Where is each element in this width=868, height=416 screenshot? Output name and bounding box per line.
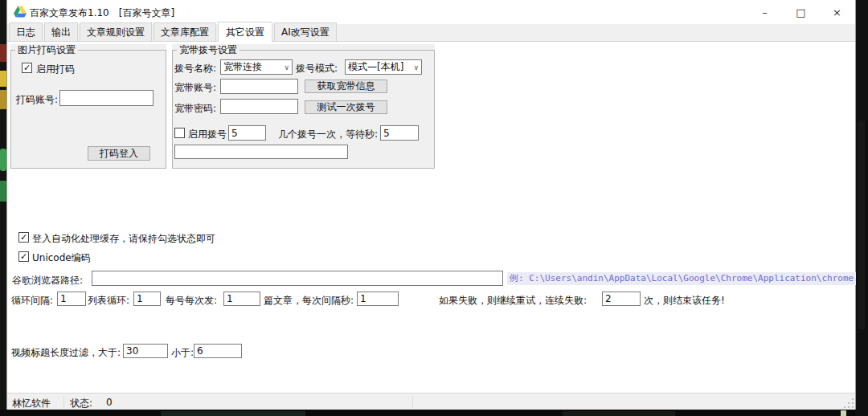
- dial-settings-group: 宽带拨号设置 拨号名称: 宽带连接 ∨ 拨号模式: 模式—[本机] ∨ 宽带账号…: [172, 44, 435, 169]
- tab-output[interactable]: 输出: [44, 22, 78, 41]
- captcha-account-input[interactable]: [59, 90, 154, 106]
- dial-wait-input[interactable]: [380, 125, 419, 141]
- minimize-button[interactable]: –: [747, 0, 783, 24]
- enable-dial-label: 启用拨号: [188, 128, 227, 141]
- login-cache-checkbox[interactable]: ✓: [18, 232, 29, 243]
- dial-mode-value: 模式—[本机]: [348, 60, 403, 74]
- dial-name-select[interactable]: 宽带连接 ∨: [220, 59, 293, 75]
- unicode-label: Unicode编码: [32, 251, 91, 265]
- enable-dial-checkbox[interactable]: [174, 128, 185, 138]
- desktop-icon-fragment: [0, 71, 6, 87]
- broadband-password-input[interactable]: [220, 99, 298, 114]
- get-broadband-info-button[interactable]: 获取宽带信息: [305, 80, 387, 93]
- dial-mode-select[interactable]: 模式—[本机] ∨: [345, 59, 422, 75]
- desktop-background: 百家文章发布1.10[百家号文章] – □ × 日志 输出 文章规则设置 文章库…: [0, 0, 868, 416]
- desktop-bottom-strip: [0, 410, 868, 416]
- loop-interval-label: 循环间隔:: [11, 294, 53, 308]
- tab-article-rules[interactable]: 文章规则设置: [80, 22, 152, 41]
- tab-article-library[interactable]: 文章库配置: [154, 22, 216, 41]
- gap-seconds-label: 篇文章，每次间隔秒:: [264, 294, 354, 308]
- loop-interval-input[interactable]: [57, 292, 86, 306]
- resize-grip[interactable]: [844, 398, 854, 409]
- login-cache-label: 登入自动化处理缓存，请保持勾选状态即可: [32, 232, 215, 246]
- video-title-min-label: 小于:: [171, 346, 194, 360]
- per-account-input[interactable]: [223, 292, 260, 306]
- tab-bar: 日志 输出 文章规则设置 文章库配置 其它设置 AI改写设置: [7, 24, 855, 42]
- statusbar-brand: 林忆软件: [12, 397, 51, 410]
- fail-retry-label: 如果失败，则继续重试，连续失败:: [439, 294, 587, 308]
- captcha-settings-group: 图片打码设置 ✓ 启用打码 打码账号: 打码登入: [10, 44, 166, 169]
- desktop-taskbar-fragment: [841, 410, 846, 416]
- app-icon: [14, 6, 27, 18]
- app-title-suffix: [百家号文章]: [119, 7, 174, 18]
- dial-group-title: 宽带拨号设置: [177, 44, 240, 55]
- app-title: 百家文章发布1.10: [30, 7, 109, 18]
- enable-captcha-label: 启用打码: [36, 63, 75, 76]
- dial-name-value: 宽带连接: [223, 60, 262, 74]
- app-window: 百家文章发布1.10[百家号文章] – □ × 日志 输出 文章规则设置 文章库…: [6, 0, 856, 410]
- dial-count-input[interactable]: [228, 125, 266, 141]
- statusbar-divider: [63, 396, 64, 408]
- statusbar-status-value: 0: [106, 397, 113, 408]
- captcha-account-label: 打码账号:: [16, 93, 58, 107]
- captcha-group-title: 图片打码设置: [15, 44, 78, 55]
- per-account-label: 每号每次发:: [166, 294, 217, 308]
- video-title-filter-label: 视频标题长度过滤，大于:: [11, 346, 121, 360]
- desktop-icon-fragment: [0, 181, 6, 202]
- title-bar: 百家文章发布1.10[百家号文章] – □ ×: [7, 0, 855, 24]
- dial-mode-label: 拨号模式:: [296, 62, 338, 75]
- chrome-path-input[interactable]: [92, 271, 503, 286]
- maximize-button[interactable]: □: [783, 0, 819, 24]
- desktop-right-texture: [858, 120, 865, 329]
- desktop-icon-fragment: [0, 90, 6, 109]
- statusbar-status-label: 状态:: [70, 397, 92, 410]
- chevron-down-icon: ∨: [413, 63, 419, 71]
- desktop-icon-fragment: [0, 44, 6, 62]
- tab-ai-rewrite[interactable]: AI改写设置: [274, 22, 337, 41]
- dial-extra-input[interactable]: [174, 145, 348, 159]
- tab-log[interactable]: 日志: [9, 22, 43, 41]
- fail-count-input[interactable]: [602, 292, 641, 306]
- video-title-min-input[interactable]: [194, 344, 242, 358]
- enable-captcha-checkbox[interactable]: ✓: [22, 63, 32, 73]
- dial-name-label: 拨号名称:: [174, 62, 216, 75]
- close-button[interactable]: ×: [819, 0, 855, 24]
- broadband-password-label: 宽带密码:: [174, 102, 216, 116]
- broadband-account-label: 宽带账号:: [174, 81, 216, 95]
- chevron-down-icon: ∨: [284, 63, 289, 71]
- desktop-bottom-texture: [161, 411, 305, 416]
- list-loop-label: 列表循环:: [88, 294, 129, 308]
- statusbar-divider: [412, 396, 413, 408]
- other-settings-page: 图片打码设置 ✓ 启用打码 打码账号: 打码登入 宽带拨号设置 拨号名称: 宽带…: [7, 42, 855, 393]
- desktop-left-strip: [0, 0, 6, 416]
- desktop-bottom-texture: [563, 411, 675, 416]
- test-dial-button[interactable]: 测试一次拨号: [305, 100, 387, 114]
- window-controls: – □ ×: [747, 0, 855, 24]
- status-bar: 林忆软件 状态: 0: [7, 393, 855, 410]
- desktop-icon-fragment: [0, 149, 6, 171]
- gap-seconds-input[interactable]: [357, 292, 399, 306]
- dial-wait-label: 几个拨号一次，等待秒:: [278, 128, 378, 141]
- broadband-account-input[interactable]: [220, 79, 298, 94]
- tab-other-settings[interactable]: 其它设置: [218, 22, 272, 42]
- unicode-checkbox[interactable]: ✓: [18, 251, 29, 262]
- fail-suffix-label: 次，则结束该任务!: [644, 294, 725, 308]
- video-title-max-input[interactable]: [123, 344, 168, 358]
- captcha-login-button[interactable]: 打码登入: [88, 146, 150, 161]
- chrome-path-hint: 例: C:\Users\andin\AppData\Local\Google\C…: [507, 272, 856, 285]
- window-title: 百家文章发布1.10[百家号文章]: [30, 6, 174, 20]
- list-loop-input[interactable]: [133, 292, 161, 306]
- chrome-path-label: 谷歌浏览器路径:: [12, 274, 83, 288]
